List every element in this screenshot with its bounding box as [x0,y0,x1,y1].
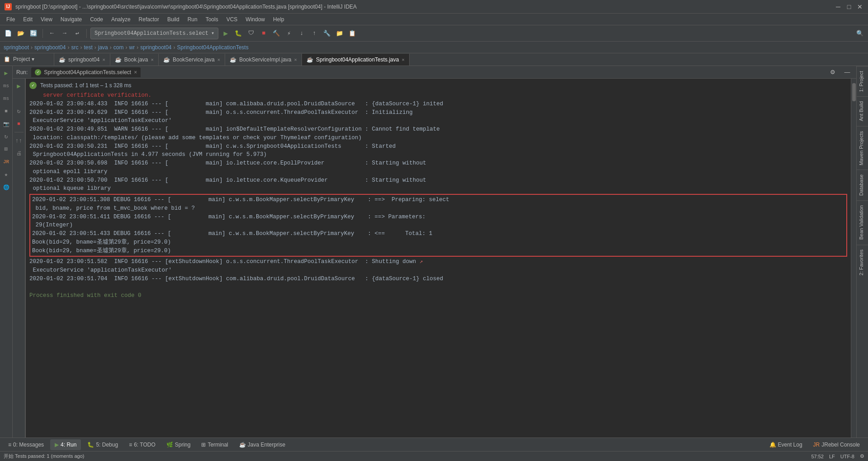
jrebel-sidebar-icon[interactable]: JR [1,156,12,167]
bottom-tab-todo[interactable]: ≡ 6: TODO [124,439,160,450]
coverage-sidebar-button[interactable]: ms [1,80,12,91]
menu-navigate[interactable]: Navigate [57,15,85,24]
git-button[interactable]: 📋 [347,28,358,39]
bottom-tab-messages[interactable]: ≡ 0: Messages [4,439,48,450]
search-everywhere-button[interactable]: 🔍 [854,28,865,39]
menu-window[interactable]: Window [242,15,269,24]
toolbar-btn-extra1[interactable]: ↓ [296,28,307,39]
bottom-tab-debug[interactable]: 🐛 5: Debug [83,439,123,450]
bottom-tab-event-log[interactable]: 🔔 Event Log [765,439,807,450]
build-button[interactable]: 🔨 [271,28,282,39]
stop-sidebar-button[interactable]: ■ [1,106,12,117]
rerun-sidebar-button[interactable]: ↻ [1,131,12,142]
menu-file[interactable]: File [3,15,19,24]
menu-code[interactable]: Code [86,15,107,24]
maximize-button[interactable]: □ [845,3,853,10]
breadcrumb-springboot04[interactable]: springboot04 [34,44,66,51]
run-with-coverage-button[interactable]: 🛡 [245,28,256,39]
breadcrumb-wr[interactable]: wr [129,44,135,51]
favorites-sidebar-icon[interactable]: ★ [1,169,12,180]
bottom-tab-run[interactable]: ▶ 4: Run [50,439,81,450]
run-expand-button[interactable] [14,93,24,104]
run-stop-button[interactable]: ■ [14,118,24,129]
menu-build[interactable]: Build [164,15,183,24]
settings-button[interactable]: 🔧 [321,28,332,39]
web-sidebar-icon[interactable]: 🌐 [1,182,12,193]
run-close-icon[interactable]: — [842,67,853,78]
status-line-sep[interactable]: LF [829,454,835,459]
run-button[interactable]: ▶ [220,28,231,39]
tab-springboot04[interactable]: ☕ springboot04 × [54,54,110,66]
vtab-ant-build[interactable]: Ant Build [857,96,868,126]
bottom-tab-spring[interactable]: 🌿 Spring [162,439,195,450]
bottom-tab-terminal[interactable]: ⊞ Terminal [197,439,232,450]
run-sidebar-button[interactable]: ▶ [1,68,12,79]
bottom-tab-jrebel-console[interactable]: JR JRebel Console [809,439,864,450]
profiler-sidebar-button[interactable]: ms [1,93,12,104]
breadcrumb-src[interactable]: src [71,44,78,51]
debug-button[interactable]: 🐛 [233,28,244,39]
tab-book-close[interactable]: × [151,57,154,62]
tab-apptests-close[interactable]: × [401,57,404,62]
menu-run[interactable]: Run [184,15,201,24]
build-project-button[interactable]: ⚡ [283,28,294,39]
close-button[interactable]: ✕ [856,3,863,10]
toolbar-btn-extra2[interactable]: ↑ [309,28,320,39]
status-encoding[interactable]: UTF-8 [840,454,854,459]
vtab-favorites[interactable]: 2: Favorites [857,245,868,280]
run-settings-icon[interactable]: ⚙ [827,67,838,78]
scrollbar-thumb[interactable] [852,83,856,101]
vtab-bean-validation[interactable]: Bean Validation [857,200,868,244]
status-position[interactable]: 57:52 [811,454,824,459]
run-active-tab[interactable]: ✓ Springboot04ApplicationTests.select × [31,67,141,77]
menu-edit[interactable]: Edit [19,15,36,24]
log-area[interactable]: ✓ Tests passed: 1 of 1 test – 1 s 328 ms… [26,79,851,437]
menu-refactor[interactable]: Refactor [135,15,163,24]
run-scroll-top-button[interactable]: ↑↑ [14,135,24,146]
sync-button[interactable]: 🔄 [28,28,39,39]
tab-bookserviceimpl-close[interactable]: × [294,57,297,62]
camera-sidebar-button[interactable]: 📷 [1,118,12,129]
recent-files-button[interactable]: ↩ [72,28,83,39]
run-tab-close[interactable]: × [134,69,137,75]
vtab-maven-projects[interactable]: Maven Projects [857,126,868,170]
vtab-project[interactable]: 1: Project [857,66,868,96]
open-button[interactable]: 📂 [15,28,26,39]
breadcrumb-springboot04-pkg[interactable]: springboot04 [140,44,171,51]
stop-button[interactable]: ■ [258,28,269,39]
menu-help[interactable]: Help [269,15,288,24]
menu-view[interactable]: View [37,15,56,24]
breadcrumb-springboot[interactable]: springboot [4,44,29,51]
run-print-button[interactable]: 🖨 [14,148,24,159]
new-file-button[interactable]: 📄 [3,28,14,39]
link-icon[interactable]: ↗ [420,259,423,265]
forward-button[interactable]: → [59,28,70,39]
vtab-database[interactable]: Database [857,169,868,200]
breadcrumb-java[interactable]: java [98,44,108,51]
menu-analyze[interactable]: Analyze [108,15,134,24]
tab-bookserviceimpl-java[interactable]: ☕ BookServiceImpl.java × [225,54,302,66]
menu-tools[interactable]: Tools [202,15,222,24]
status-settings-icon[interactable]: ⚙ [860,453,864,459]
breadcrumb-com[interactable]: com [113,44,124,51]
run-config-dropdown[interactable]: Springboot04ApplicationTests.select ▾ [90,28,218,39]
minimize-button[interactable]: ─ [835,3,842,10]
back-button[interactable]: ← [47,28,57,39]
log-line: 2020-01-02 23:00:50.231 INFO 16616 --- [… [29,142,847,151]
log-highlighted-line: Book(bid=29, bname=圣墟第29章, price=29.0) [32,247,844,255]
bottom-tab-java-enterprise[interactable]: ☕ Java Enterprise [235,439,290,450]
window-controls[interactable]: ─ □ ✕ [835,3,863,10]
structure-sidebar-button[interactable]: ⊞ [1,144,12,155]
tab-book-java[interactable]: ☕ Book.java × [110,54,159,66]
log-scrollbar[interactable] [851,79,856,437]
tab-springboot04-close[interactable]: × [102,57,105,62]
run-rerun-button[interactable]: ↻ [14,106,24,117]
tab-bookservice-java[interactable]: ☕ BookService.java × [159,54,225,66]
tab-bookservice-close[interactable]: × [217,57,220,62]
tab-apptests-java[interactable]: ☕ Springboot04ApplicationTests.java × [302,54,410,66]
menu-vcs[interactable]: VCS [223,15,241,24]
run-play-button[interactable]: ▶ [14,80,24,91]
project-structure-button[interactable]: 📁 [334,28,345,39]
breadcrumb-class[interactable]: Springboot04ApplicationTests [177,44,249,51]
breadcrumb-test[interactable]: test [84,44,92,51]
